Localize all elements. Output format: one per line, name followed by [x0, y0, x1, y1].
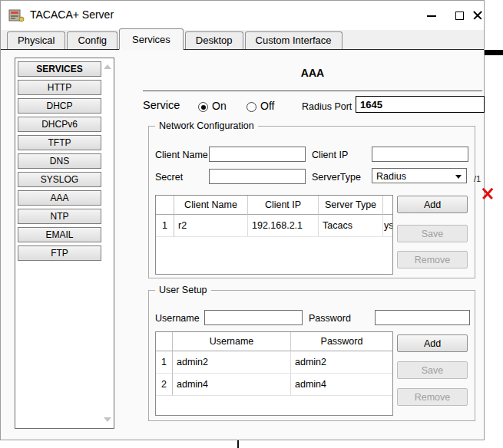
cell-server-type: Tacacs — [319, 215, 383, 237]
tab-config[interactable]: Config — [67, 31, 117, 49]
cell-key-partial: ys — [383, 215, 392, 237]
clients-table-header: Client Name Client IP Server Type — [156, 196, 392, 215]
maximize-icon — [455, 12, 464, 20]
network-configuration-legend: Network Configuration — [155, 120, 258, 131]
col-username: Username — [173, 332, 291, 351]
col-password: Password — [291, 332, 392, 351]
title-divider — [143, 91, 482, 91]
services-sidebar: SERVICES HTTP DHCP DHCPv6 TFTP DNS SYSLO… — [15, 58, 114, 429]
clients-table: Client Name Client IP Server Type 1 r2 1… — [155, 195, 393, 275]
tab-custom-interface[interactable]: Custom Interface — [245, 31, 343, 49]
username-input[interactable] — [204, 310, 303, 325]
password-input[interactable] — [375, 310, 470, 325]
server-config-window: TACACA+ Server Physical Config Services … — [0, 0, 485, 440]
server-type-selected-value: Radius — [376, 171, 406, 182]
radio-selected-dot — [201, 105, 206, 110]
col-client-name: Client Name — [174, 196, 248, 215]
tab-physical[interactable]: Physical — [7, 31, 65, 49]
services-list: SERVICES HTTP DHCP DHCPv6 TFTP DNS SYSLO… — [18, 61, 101, 264]
row-number: 1 — [156, 215, 174, 237]
cell-password: admin4 — [291, 374, 392, 396]
network-configuration-group: Network Configuration Client Name Client… — [148, 126, 475, 278]
server-device-icon — [8, 7, 25, 24]
sidebar-item-email[interactable]: EMAIL — [18, 227, 101, 242]
close-icon — [472, 10, 483, 21]
client-name-input[interactable] — [209, 147, 306, 162]
scroll-up-icon[interactable] — [104, 64, 111, 69]
row-number: 1 — [156, 351, 173, 374]
service-label: Service — [143, 99, 180, 111]
topology-link-line-bottom — [237, 440, 239, 448]
user-save-button[interactable]: Save — [397, 361, 468, 379]
service-off-label[interactable]: Off — [260, 100, 274, 112]
sidebar-header-services: SERVICES — [18, 61, 101, 77]
row-number-header — [156, 196, 174, 215]
service-on-label[interactable]: On — [212, 100, 227, 112]
service-on-radio[interactable] — [198, 102, 208, 112]
col-key-partial — [383, 196, 392, 215]
row-number: 2 — [156, 374, 173, 396]
cell-username: admin4 — [173, 374, 291, 396]
client-ip-label: Client IP — [312, 150, 348, 160]
sidebar-item-dhcp[interactable]: DHCP — [18, 98, 101, 114]
radius-port-label: Radius Port — [302, 101, 352, 112]
sidebar-item-tftp[interactable]: TFTP — [18, 135, 101, 150]
sidebar-item-dhcpv6[interactable]: DHCPv6 — [18, 117, 101, 132]
sidebar-item-aaa[interactable]: AAA — [18, 190, 101, 206]
table-row[interactable]: 2 admin4 admin4 — [156, 374, 392, 396]
sidebar-item-ftp[interactable]: FTP — [18, 245, 101, 261]
tab-desktop[interactable]: Desktop — [185, 31, 243, 49]
sidebar-item-ntp[interactable]: NTP — [18, 209, 101, 224]
user-setup-group: User Setup Username Password Username Pa… — [148, 290, 475, 421]
network-add-button[interactable]: Add — [397, 196, 468, 213]
network-remove-button[interactable]: Remove — [397, 251, 468, 268]
client-ip-input[interactable] — [372, 147, 468, 162]
chevron-down-icon — [455, 175, 462, 179]
cell-password: admin2 — [291, 351, 392, 374]
col-server-type: Server Type — [319, 196, 383, 215]
server-type-select[interactable]: Radius — [372, 168, 467, 183]
close-button[interactable] — [465, 1, 491, 30]
sidebar-item-http[interactable]: HTTP — [18, 80, 101, 95]
password-label: Password — [309, 313, 351, 324]
table-row[interactable]: 1 admin2 admin2 — [156, 351, 392, 374]
window-title: TACACA+ Server — [30, 8, 114, 21]
link-down-icon — [479, 186, 495, 201]
cell-client-name: r2 — [174, 215, 248, 237]
page-title: AAA — [143, 67, 482, 79]
sidebar-item-dns[interactable]: DNS — [18, 153, 101, 169]
interface-port-label: /1 — [474, 174, 481, 183]
user-remove-button[interactable]: Remove — [397, 388, 468, 406]
network-save-button[interactable]: Save — [397, 225, 468, 242]
user-add-button[interactable]: Add — [397, 334, 468, 352]
radius-port-input[interactable] — [356, 96, 485, 113]
minimize-icon — [427, 15, 436, 17]
secret-label: Secret — [155, 172, 183, 183]
minimize-button[interactable] — [419, 1, 445, 30]
tab-bar: Physical Config Services Desktop Custom … — [1, 30, 484, 50]
cell-client-ip: 192.168.2.1 — [248, 215, 319, 237]
row-number-header — [156, 332, 173, 351]
client-name-label: Client Name — [155, 150, 208, 160]
tab-services[interactable]: Services — [119, 28, 184, 50]
service-off-radio[interactable] — [247, 102, 256, 112]
cell-username: admin2 — [173, 351, 291, 374]
user-setup-legend: User Setup — [155, 285, 211, 295]
users-table-header: Username Password — [156, 332, 392, 351]
screen: /1 TACACA+ Server Physical Config Servic… — [0, 0, 503, 448]
username-label: Username — [155, 313, 200, 324]
table-row[interactable]: 1 r2 192.168.2.1 Tacacs ys — [156, 215, 392, 237]
scroll-down-icon[interactable] — [104, 417, 111, 422]
users-table: Username Password 1 admin2 admin2 2 admi… — [155, 331, 393, 416]
title-bar[interactable]: TACACA+ Server — [1, 1, 484, 30]
col-client-ip: Client IP — [248, 196, 319, 215]
secret-input[interactable] — [209, 169, 306, 184]
server-type-label: ServerType — [312, 172, 361, 183]
sidebar-item-syslog[interactable]: SYSLOG — [18, 172, 101, 187]
topology-link-line — [484, 50, 503, 55]
